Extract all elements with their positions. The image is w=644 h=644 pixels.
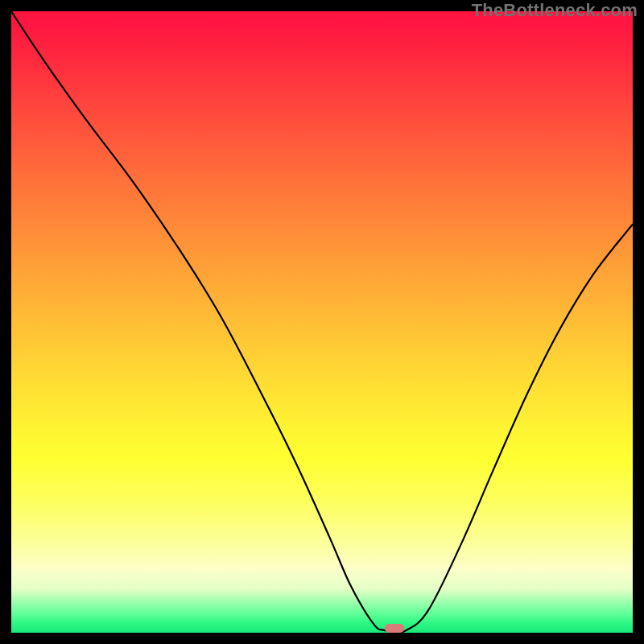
watermark-text: TheBottleneck.com	[472, 0, 638, 21]
bottleneck-curve	[11, 11, 633, 633]
chart-plot-area	[11, 11, 633, 633]
curve-path	[11, 11, 633, 632]
optimal-marker	[385, 624, 404, 633]
